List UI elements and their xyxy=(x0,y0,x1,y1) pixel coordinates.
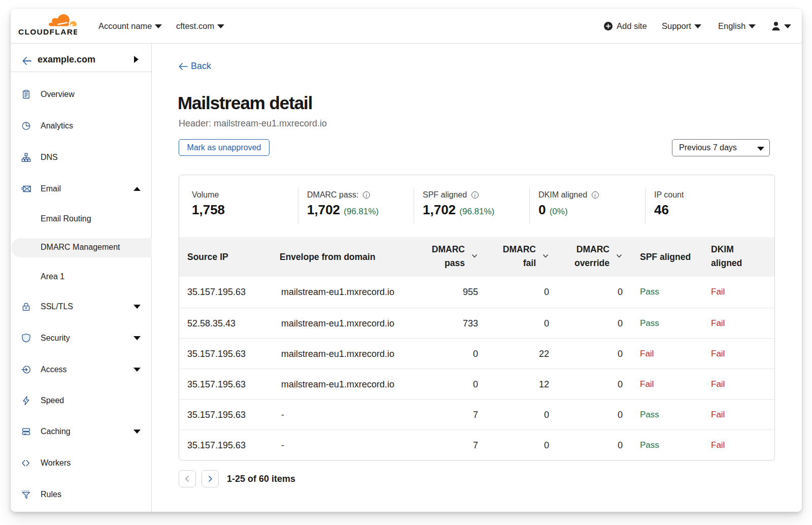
svg-text:CLOUDFLARE: CLOUDFLARE xyxy=(18,27,77,36)
